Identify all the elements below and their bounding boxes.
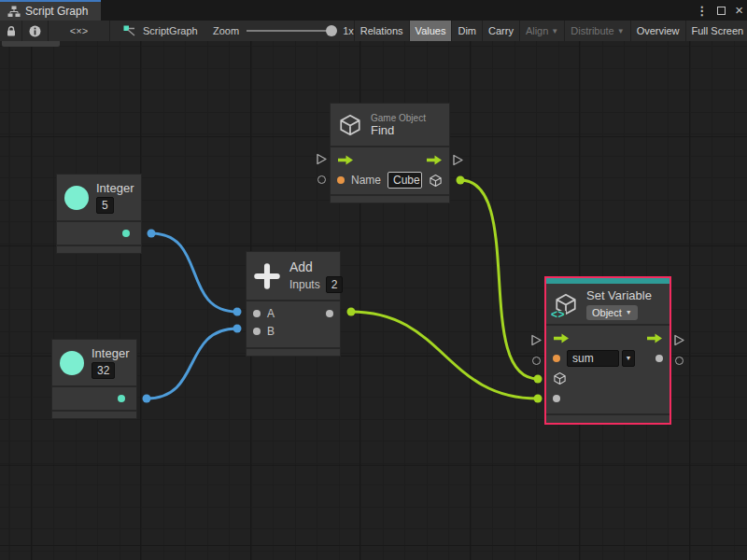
integer-type-icon xyxy=(64,186,89,210)
port-label-b: B xyxy=(267,325,275,338)
button-label: Values xyxy=(416,25,446,36)
integer-type-icon xyxy=(60,351,84,375)
button-label: Align xyxy=(526,25,548,36)
button-label: Full Screen xyxy=(692,25,744,36)
add-icon xyxy=(254,263,280,289)
flow-output-port[interactable] xyxy=(646,333,663,343)
fallback-input-port[interactable] xyxy=(553,395,560,402)
button-label: Dim xyxy=(458,25,476,36)
name-value-field[interactable]: Cube xyxy=(388,172,422,189)
info-button[interactable] xyxy=(22,21,49,41)
object-input-port[interactable] xyxy=(553,371,567,385)
flow-input-port[interactable] xyxy=(337,155,354,165)
wire-endpoint xyxy=(457,176,465,185)
lock-button[interactable] xyxy=(0,21,22,41)
flow-input-marker xyxy=(316,153,328,165)
wire-endpoint xyxy=(534,395,543,403)
value-output-port[interactable] xyxy=(655,355,663,362)
button-label: Overview xyxy=(637,25,680,36)
wire-find-to-setvariable[interactable] xyxy=(460,180,538,379)
node-title: Integer xyxy=(96,181,134,195)
zoom-slider-knob[interactable] xyxy=(326,25,337,36)
info-icon xyxy=(29,25,41,37)
toolbar-button-align[interactable]: Align▼ xyxy=(520,21,565,41)
wire-endpoint xyxy=(143,395,151,403)
graph-canvas[interactable]: Integer 5 Integer 32 Add xyxy=(0,41,747,560)
wire-integer32-to-add-b[interactable] xyxy=(147,329,237,399)
node-set-variable[interactable]: <> Set Variable Object ▼ xyxy=(544,276,671,425)
lock-icon xyxy=(6,25,17,37)
zoom-label: Zoom xyxy=(213,25,239,36)
value-output-marker xyxy=(675,357,684,365)
menu-icon[interactable]: ⋮ xyxy=(696,4,708,18)
flow-output-port[interactable] xyxy=(426,155,443,165)
integer-value-field[interactable]: 5 xyxy=(96,197,114,214)
wire-endpoint xyxy=(148,230,156,238)
value-input-port[interactable] xyxy=(553,355,560,362)
zoom-control: Zoom 1x xyxy=(213,21,355,41)
flow-output-marker xyxy=(452,154,464,166)
game-object-icon xyxy=(338,113,362,137)
node-add[interactable]: Add Inputs 2 A B xyxy=(246,251,341,357)
wire-endpoint xyxy=(233,325,242,333)
wire-endpoint xyxy=(534,375,543,384)
game-object-output-port[interactable] xyxy=(429,174,443,188)
graph-name-label: ScriptGraph xyxy=(143,25,198,36)
chevron-down-icon: ▼ xyxy=(622,350,635,367)
flow-input-marker xyxy=(530,334,543,346)
node-title: Integer xyxy=(92,346,129,360)
inputs-count-field[interactable]: 2 xyxy=(326,276,344,293)
toolbar-button-fullscreen[interactable]: Full Screen xyxy=(686,21,747,41)
toolbar-button-dim[interactable]: Dim xyxy=(452,21,483,41)
toolbar-button-overview[interactable]: Overview xyxy=(631,21,686,41)
button-label: Relations xyxy=(360,25,403,36)
toolbar-button-relations[interactable]: Relations xyxy=(355,21,410,41)
close-icon[interactable]: × xyxy=(735,6,743,15)
graph-tab-icon xyxy=(7,6,21,18)
port-label-a: A xyxy=(267,307,275,320)
output-port[interactable] xyxy=(326,310,333,317)
wire-integer5-to-add-a[interactable] xyxy=(151,233,237,312)
variable-scope-dropdown[interactable]: Object ▼ xyxy=(586,305,638,320)
wire-endpoint xyxy=(347,308,356,316)
button-label: Carry xyxy=(488,25,514,36)
input-port-b[interactable] xyxy=(253,328,261,335)
name-input-port[interactable] xyxy=(337,176,345,184)
output-port[interactable] xyxy=(122,230,130,237)
code-badge-icon: <> xyxy=(550,311,566,319)
tab-script-graph[interactable]: Script Graph xyxy=(0,0,101,21)
variable-name-value: sum xyxy=(567,350,619,367)
graph-toolbar: <×> ScriptGraph Zoom 1x Relations Values… xyxy=(0,21,747,41)
node-category: Game Object xyxy=(371,113,426,123)
node-title: Add xyxy=(289,259,343,274)
code-view-icon: <×> xyxy=(70,25,88,36)
variable-name-dropdown[interactable]: sum ▼ xyxy=(567,350,635,367)
zoom-slider[interactable] xyxy=(247,30,335,32)
flow-input-port[interactable] xyxy=(553,333,570,343)
zoom-value: 1x xyxy=(343,25,354,36)
script-graph-icon xyxy=(123,25,136,37)
name-label: Name xyxy=(351,174,381,187)
node-find[interactable]: Game Object Find Name Cube xyxy=(330,103,450,203)
code-view-button[interactable]: <×> xyxy=(49,21,110,41)
integer-value-field[interactable]: 32 xyxy=(92,362,115,379)
toolbar-button-carry[interactable]: Carry xyxy=(483,21,520,41)
node-integer-a[interactable]: Integer 5 xyxy=(56,174,142,254)
chevron-down-icon: ▼ xyxy=(626,305,632,320)
title-bar: Script Graph ⋮ × xyxy=(0,0,747,21)
toolbar-button-values[interactable]: Values xyxy=(410,21,453,41)
node-title: Find xyxy=(371,123,426,137)
input-port-a[interactable] xyxy=(253,310,261,317)
node-title: Set Variable xyxy=(586,288,652,302)
node-integer-b[interactable]: Integer 32 xyxy=(51,339,137,419)
graph-breadcrumb[interactable]: ScriptGraph xyxy=(110,21,213,41)
flow-output-marker xyxy=(673,334,685,346)
tab-label: Script Graph xyxy=(25,5,88,18)
scope-value: Object xyxy=(592,305,622,320)
wire-endpoint xyxy=(233,308,242,316)
output-port[interactable] xyxy=(118,395,125,402)
maximize-icon[interactable] xyxy=(717,7,726,15)
value-input-marker xyxy=(317,175,326,184)
toolbar-button-distribute[interactable]: Distribute▼ xyxy=(565,21,630,41)
inputs-label: Inputs xyxy=(289,278,320,291)
